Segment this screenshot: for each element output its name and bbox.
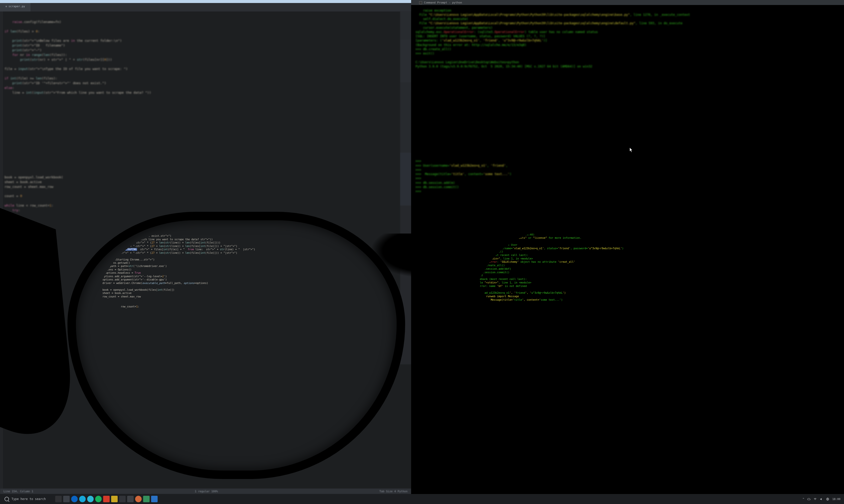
taskbar-app-icon[interactable] <box>95 496 102 502</box>
system-tray: ^ 18:00 <box>803 498 841 501</box>
cloud-icon[interactable] <box>807 498 810 501</box>
taskbar-app-icon[interactable] <box>151 496 158 502</box>
taskbar-app-icon[interactable] <box>103 496 110 502</box>
editor-tabs: scraper.py <box>0 3 411 12</box>
status-mid: 1 regular 100% <box>195 490 218 493</box>
windows-taskbar-left: Type here to search <box>0 494 411 504</box>
taskbar-app-icon[interactable] <box>79 496 86 502</box>
editor-code-sharp: does not exist.str">") line = int(input(… <box>98 234 347 308</box>
tab-label: scraper.py <box>8 5 25 8</box>
terminal-output-blurred: raise exception File "C:\Users\Lenovo Le… <box>416 8 844 194</box>
taskbar-app-icon[interactable] <box>135 496 142 502</box>
editor-statusbar: Line 154, Column 1 1 regular 100% Tab Si… <box>0 488 411 494</box>
mouse-cursor <box>630 148 633 152</box>
photo-scene: scraper.py raise.config(filename=fn) if … <box>0 0 844 504</box>
taskbar-app-icon[interactable] <box>127 496 133 502</box>
editor-tab[interactable]: scraper.py <box>0 3 31 12</box>
taskbar-app-icon[interactable] <box>119 496 126 502</box>
editor-gutter <box>0 12 3 488</box>
search-placeholder: Type here to search <box>12 497 46 501</box>
taskbar-app-icon[interactable] <box>63 496 70 502</box>
taskbar-app-icon[interactable] <box>55 496 62 502</box>
globe-icon[interactable] <box>826 498 829 501</box>
window-titlebar-right: Command Prompt - python <box>411 0 844 5</box>
left-lens-view: does not exist.str">") line = int(input(… <box>95 230 349 437</box>
window-titlebar-left <box>0 0 411 3</box>
taskbar-app-icon[interactable] <box>71 496 78 502</box>
terminal-title: Command Prompt - python <box>419 1 462 4</box>
status-lang: Tab Size 4 Python <box>379 490 408 493</box>
speaker-icon[interactable] <box>820 498 823 501</box>
taskbar-clock[interactable]: 18:00 <box>832 498 841 501</box>
editor-code-blurred: raise.config(filename=fn) if len(files) … <box>4 20 411 213</box>
taskbar-app-icon[interactable] <box>143 496 150 502</box>
editor-minimap[interactable] <box>400 12 411 364</box>
terminal-output-sharp: v3.9.0:9cf6752, Oct 5 2020, 15:34:40) "h… <box>475 233 729 302</box>
taskbar-search[interactable]: Type here to search <box>2 496 48 502</box>
taskbar-app-icon[interactable] <box>87 496 94 502</box>
taskbar-app-icon[interactable] <box>111 496 118 502</box>
windows-taskbar-right: ^ 18:00 <box>411 494 844 504</box>
cmd-icon <box>419 1 422 4</box>
chevron-up-icon[interactable]: ^ <box>803 498 804 501</box>
taskbar-app-icons <box>55 496 158 502</box>
wifi-icon[interactable] <box>813 498 817 501</box>
status-line-col: Line 154, Column 1 <box>3 490 33 493</box>
search-icon <box>4 497 9 501</box>
right-lens-view: v3.9.0:9cf6752, Oct 5 2020, 15:34:40) "h… <box>472 229 730 435</box>
